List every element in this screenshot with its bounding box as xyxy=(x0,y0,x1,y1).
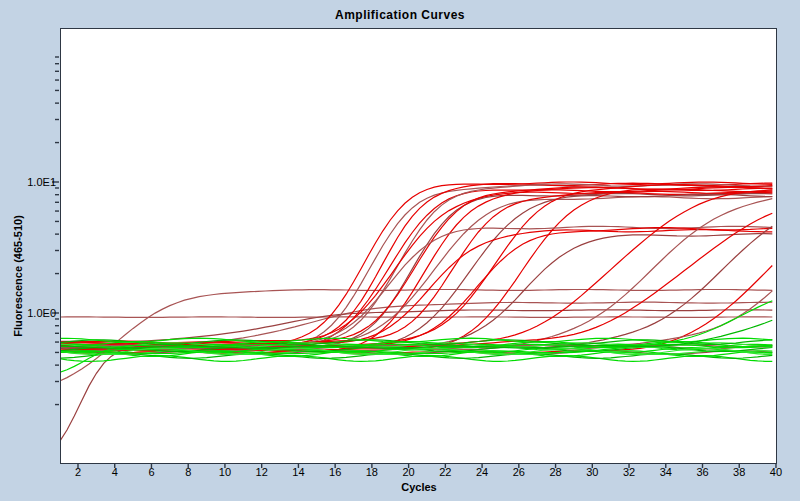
curve-pos-11 xyxy=(61,192,772,344)
x-tick-label-28: 28 xyxy=(541,466,571,478)
curve-pos-06 xyxy=(61,192,772,344)
x-tick-label-22: 22 xyxy=(430,466,460,478)
y-tick-label-1.0E0: 1.0E0 xyxy=(18,307,56,319)
curve-late-02 xyxy=(61,199,772,352)
curve-pos-09 xyxy=(61,190,772,353)
curve-pos-10 xyxy=(61,197,772,349)
curves-layer xyxy=(61,29,776,463)
x-tick-label-40: 40 xyxy=(761,466,791,478)
amplification-curves-window: Amplification Curves Fluorescence (465-5… xyxy=(0,0,800,501)
curve-pos-07 xyxy=(61,194,772,351)
x-tick-label-2: 2 xyxy=(63,466,93,478)
x-tick-label-18: 18 xyxy=(357,466,387,478)
plot-area xyxy=(60,28,777,464)
x-tick-label-38: 38 xyxy=(724,466,754,478)
curve-pos-02 xyxy=(61,185,772,351)
x-tick-label-6: 6 xyxy=(136,466,166,478)
x-tick-label-8: 8 xyxy=(173,466,203,478)
x-tick-label-14: 14 xyxy=(283,466,313,478)
curve-late-01 xyxy=(61,190,772,348)
x-tick-label-12: 12 xyxy=(247,466,277,478)
x-tick-label-30: 30 xyxy=(577,466,607,478)
x-tick-label-10: 10 xyxy=(210,466,240,478)
y-tick-label-1.0E1: 1.0E1 xyxy=(18,176,56,188)
x-tick-label-26: 26 xyxy=(504,466,534,478)
x-tick-label-24: 24 xyxy=(467,466,497,478)
chart-title: Amplification Curves xyxy=(0,8,800,22)
x-tick-label-16: 16 xyxy=(320,466,350,478)
curve-pos-12 xyxy=(61,194,772,349)
x-tick-label-34: 34 xyxy=(651,466,681,478)
curve-mid-02 xyxy=(61,230,772,346)
curve-pos-14 xyxy=(61,188,772,351)
curve-late-03 xyxy=(61,213,772,346)
curve-mid-03 xyxy=(61,228,772,351)
curve-early-steep-riser xyxy=(61,345,772,442)
x-tick-label-20: 20 xyxy=(394,466,424,478)
x-axis-label: Cycles xyxy=(61,481,777,493)
x-tick-label-36: 36 xyxy=(688,466,718,478)
curve-pos-13 xyxy=(61,185,772,348)
x-tick-label-32: 32 xyxy=(614,466,644,478)
curve-late-06 xyxy=(61,291,772,347)
y-axis-label: Fluorescence (465-510) xyxy=(12,196,24,356)
x-tick-label-4: 4 xyxy=(100,466,130,478)
